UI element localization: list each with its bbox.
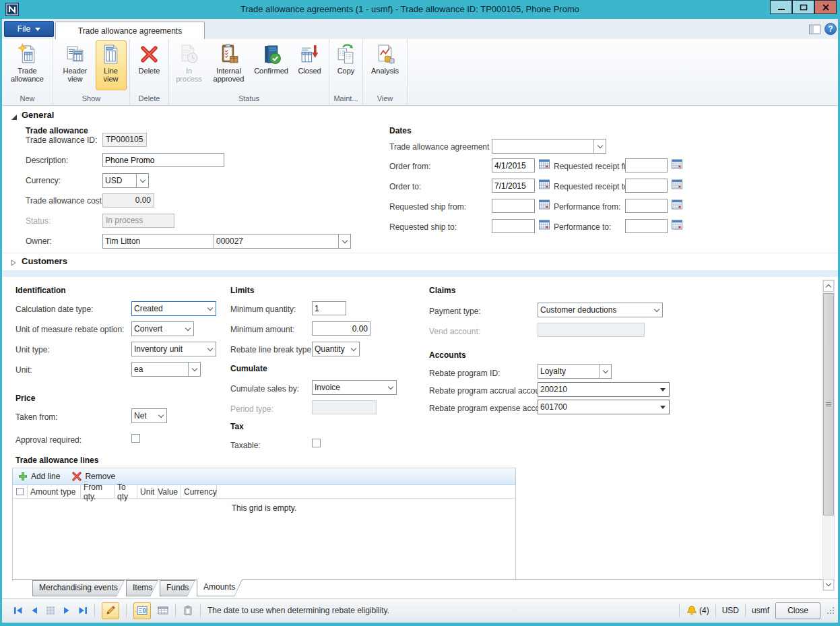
unit-select[interactable]: ea	[131, 362, 201, 377]
dropdown-arrow-icon[interactable]	[660, 406, 666, 409]
line-view-button[interactable]: Line view	[96, 40, 127, 90]
column-header-from-qty[interactable]: From qty.	[81, 485, 115, 498]
order-to-calendar-icon[interactable]	[539, 179, 550, 190]
first-record-button[interactable]	[13, 606, 23, 615]
chevron-down-icon[interactable]	[204, 342, 216, 356]
remove-line-button[interactable]: Remove	[72, 472, 115, 481]
chevron-down-icon[interactable]	[182, 322, 193, 336]
general-expand-toggle[interactable]	[11, 113, 18, 123]
trade-allowance-new-button[interactable]: Trade allowance	[3, 40, 52, 90]
chevron-down-icon[interactable]	[339, 234, 350, 248]
rebate-program-id-select[interactable]: Loyalty	[538, 364, 612, 379]
internal-approved-button[interactable]: Internal approved	[208, 40, 250, 90]
file-menu-button[interactable]: File	[4, 21, 54, 37]
performance-to-input[interactable]	[625, 219, 668, 233]
tab-trade-allowance-agreements[interactable]: Trade allowance agreements	[55, 22, 205, 39]
chevron-down-icon[interactable]	[651, 303, 662, 317]
add-line-label: Add line	[31, 472, 60, 481]
owner-select[interactable]: Tim Litton 000027	[102, 234, 351, 249]
currency-indicator[interactable]: USD	[722, 606, 739, 615]
tab-merchandising-events[interactable]: Merchandising events	[32, 580, 125, 596]
currency-select[interactable]: USD	[102, 173, 149, 188]
add-line-button[interactable]: Add line	[18, 472, 60, 481]
closed-button[interactable]: Closed	[293, 40, 327, 90]
resize-grip[interactable]	[827, 606, 835, 615]
approval-required-checkbox[interactable]	[131, 434, 140, 443]
form-view-button[interactable]	[133, 602, 151, 619]
customers-section-title[interactable]: Customers	[22, 256, 67, 266]
requested-ship-to-calendar-icon[interactable]	[539, 220, 550, 230]
close-button[interactable]: Close	[775, 602, 820, 619]
order-to-input[interactable]	[492, 179, 535, 193]
next-record-button[interactable]	[62, 606, 71, 615]
payment-type-select[interactable]: Customer deductions	[538, 303, 663, 317]
select-all-checkbox[interactable]	[16, 488, 24, 495]
column-header-to-qty[interactable]: To qty	[115, 485, 137, 498]
chevron-down-icon[interactable]	[189, 363, 200, 376]
order-from-calendar-icon[interactable]	[539, 159, 550, 170]
chevron-down-icon[interactable]	[348, 342, 359, 356]
tab-amounts[interactable]: Amounts	[197, 580, 243, 596]
scroll-down-button[interactable]	[823, 579, 834, 590]
help-button[interactable]: ?	[825, 23, 837, 35]
taxable-checkbox[interactable]	[312, 439, 321, 447]
records-grid-button[interactable]	[46, 606, 55, 615]
order-from-input[interactable]	[492, 158, 535, 173]
rebate-expense-account-select[interactable]: 601700	[538, 400, 670, 414]
grid-view-button[interactable]	[158, 605, 168, 616]
calculation-date-type-select[interactable]: Created	[131, 301, 216, 316]
performance-to-calendar-icon[interactable]	[672, 220, 683, 230]
cumulate-sales-by-select[interactable]: Invoice	[312, 380, 397, 395]
close-window-button[interactable]	[814, 0, 837, 14]
general-section-title[interactable]: General	[22, 110, 54, 120]
rebate-accrual-account-select[interactable]: 200210	[538, 382, 670, 397]
analysis-button[interactable]: Analysis	[366, 40, 405, 90]
requested-ship-from-input[interactable]	[492, 199, 535, 213]
performance-from-calendar-icon[interactable]	[672, 199, 683, 210]
vertical-scrollbar[interactable]	[822, 280, 835, 591]
company-indicator[interactable]: usmf	[752, 606, 769, 615]
minimum-amount-input[interactable]	[312, 321, 370, 336]
minimum-quantity-input[interactable]	[312, 301, 346, 315]
clipboard-button[interactable]	[183, 605, 193, 616]
customers-expand-toggle[interactable]	[11, 259, 16, 268]
description-input[interactable]	[102, 153, 224, 167]
requested-ship-to-input[interactable]	[492, 219, 535, 233]
column-header-value[interactable]: Value	[158, 485, 181, 498]
notifications-bell-button[interactable]: (4)	[686, 605, 709, 616]
requested-receipt-from-input[interactable]	[625, 158, 668, 173]
column-header-unit[interactable]: Unit	[137, 485, 158, 498]
column-header-amount-type[interactable]: Amount type	[28, 485, 81, 498]
layout-panes-button[interactable]	[809, 24, 820, 36]
chevron-down-icon[interactable]	[594, 139, 606, 153]
delete-button[interactable]: Delete	[133, 40, 166, 90]
unit-type-select[interactable]: Inventory unit	[131, 342, 216, 356]
edit-mode-button[interactable]	[102, 602, 119, 619]
rebate-line-break-type-select[interactable]: Quantity	[312, 342, 360, 356]
requested-receipt-to-input[interactable]	[625, 179, 668, 193]
column-header-currency[interactable]: Currency	[181, 485, 217, 498]
in-process-button: In process	[172, 40, 207, 90]
taken-from-select[interactable]: Net	[131, 408, 167, 423]
previous-record-button[interactable]	[30, 606, 39, 615]
chevron-down-icon[interactable]	[204, 302, 216, 315]
uom-rebate-option-select[interactable]: Convert	[131, 321, 194, 336]
minimize-button[interactable]	[770, 0, 792, 14]
scroll-up-button[interactable]	[823, 280, 834, 292]
agreement-period-select[interactable]	[492, 139, 606, 154]
header-view-button[interactable]: Header view	[57, 40, 94, 90]
confirmed-button[interactable]: Confirmed	[251, 40, 292, 90]
requested-receipt-from-calendar-icon[interactable]	[672, 159, 683, 170]
maximize-button[interactable]	[792, 0, 814, 14]
requested-receipt-to-calendar-icon[interactable]	[672, 179, 683, 190]
dropdown-arrow-icon[interactable]	[660, 388, 666, 392]
last-record-button[interactable]	[78, 606, 88, 615]
performance-from-input[interactable]	[625, 199, 668, 213]
chevron-down-icon[interactable]	[137, 174, 148, 187]
scrollbar-thumb[interactable]	[823, 293, 834, 515]
requested-ship-from-calendar-icon[interactable]	[539, 199, 550, 210]
chevron-down-icon[interactable]	[385, 381, 396, 394]
copy-button[interactable]: Copy	[331, 40, 362, 90]
chevron-down-icon[interactable]	[600, 365, 611, 378]
chevron-down-icon[interactable]	[155, 409, 166, 422]
